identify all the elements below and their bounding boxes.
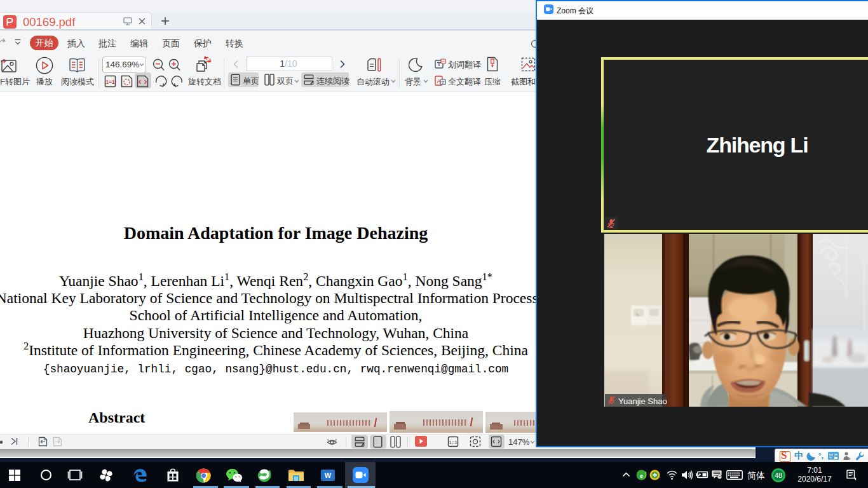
svg-text:文: 文 — [441, 80, 445, 85]
svg-text:1=1: 1=1 — [449, 440, 458, 445]
svg-text:1=1: 1=1 — [105, 79, 115, 85]
svg-text:e: e — [640, 471, 643, 479]
